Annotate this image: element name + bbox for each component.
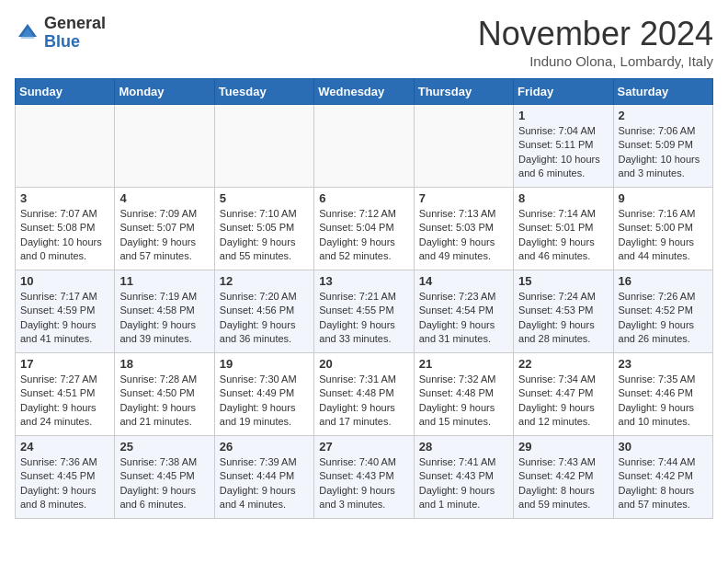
day-number: 25 — [119, 440, 209, 454]
calendar-cell: 6Sunrise: 7:12 AM Sunset: 5:04 PM Daylig… — [314, 188, 414, 270]
day-number: 6 — [319, 191, 408, 205]
cell-content: Sunrise: 7:19 AM Sunset: 4:58 PM Dayligh… — [119, 290, 209, 347]
calendar-cell: 1Sunrise: 7:04 AM Sunset: 5:11 PM Daylig… — [514, 105, 613, 188]
calendar-cell: 14Sunrise: 7:23 AM Sunset: 4:54 PM Dayli… — [414, 270, 513, 353]
calendar-cell: 5Sunrise: 7:10 AM Sunset: 5:05 PM Daylig… — [214, 188, 313, 270]
page-header: General Blue November 2024 Induno Olona,… — [15, 15, 713, 69]
calendar-cell: 20Sunrise: 7:31 AM Sunset: 4:48 PM Dayli… — [314, 353, 414, 436]
calendar-week-row: 1Sunrise: 7:04 AM Sunset: 5:11 PM Daylig… — [16, 105, 713, 188]
calendar-cell: 11Sunrise: 7:19 AM Sunset: 4:58 PM Dayli… — [115, 270, 214, 353]
calendar-week-row: 3Sunrise: 7:07 AM Sunset: 5:08 PM Daylig… — [16, 188, 713, 270]
cell-content: Sunrise: 7:39 AM Sunset: 4:44 PM Dayligh… — [220, 455, 309, 512]
calendar-cell: 18Sunrise: 7:28 AM Sunset: 4:50 PM Dayli… — [115, 353, 214, 436]
cell-content: Sunrise: 7:12 AM Sunset: 5:04 PM Dayligh… — [319, 207, 408, 264]
day-number: 17 — [20, 357, 109, 371]
day-number: 9 — [619, 191, 708, 205]
calendar-cell — [214, 105, 313, 188]
day-number: 22 — [518, 357, 608, 371]
cell-content: Sunrise: 7:31 AM Sunset: 4:48 PM Dayligh… — [319, 373, 408, 430]
calendar-cell: 19Sunrise: 7:30 AM Sunset: 4:49 PM Dayli… — [214, 353, 313, 436]
cell-content: Sunrise: 7:28 AM Sunset: 4:50 PM Dayligh… — [119, 373, 209, 430]
location: Induno Olona, Lombardy, Italy — [478, 53, 713, 69]
cell-content: Sunrise: 7:20 AM Sunset: 4:56 PM Dayligh… — [220, 290, 309, 347]
calendar-cell — [314, 105, 414, 188]
cell-content: Sunrise: 7:36 AM Sunset: 4:45 PM Dayligh… — [20, 455, 109, 512]
day-number: 13 — [319, 274, 408, 288]
day-number: 2 — [619, 109, 708, 122]
calendar-week-row: 17Sunrise: 7:27 AM Sunset: 4:51 PM Dayli… — [16, 353, 713, 436]
day-number: 30 — [619, 440, 708, 454]
day-number: 10 — [20, 274, 109, 288]
day-number: 5 — [220, 191, 309, 205]
calendar-cell: 22Sunrise: 7:34 AM Sunset: 4:47 PM Dayli… — [514, 353, 613, 436]
calendar-cell: 3Sunrise: 7:07 AM Sunset: 5:08 PM Daylig… — [16, 188, 115, 270]
calendar-cell: 12Sunrise: 7:20 AM Sunset: 4:56 PM Dayli… — [214, 270, 313, 353]
day-number: 4 — [119, 191, 209, 205]
calendar-cell: 17Sunrise: 7:27 AM Sunset: 4:51 PM Dayli… — [16, 353, 115, 436]
cell-content: Sunrise: 7:41 AM Sunset: 4:43 PM Dayligh… — [419, 455, 508, 512]
cell-content: Sunrise: 7:13 AM Sunset: 5:03 PM Dayligh… — [419, 207, 508, 264]
cell-content: Sunrise: 7:38 AM Sunset: 4:45 PM Dayligh… — [119, 455, 209, 512]
day-number: 23 — [619, 357, 708, 371]
calendar-week-row: 10Sunrise: 7:17 AM Sunset: 4:59 PM Dayli… — [16, 270, 713, 353]
weekday-header-monday: Monday — [115, 79, 214, 105]
day-number: 15 — [518, 274, 608, 288]
day-number: 1 — [518, 109, 608, 122]
calendar-cell: 10Sunrise: 7:17 AM Sunset: 4:59 PM Dayli… — [16, 270, 115, 353]
calendar-cell — [414, 105, 513, 188]
day-number: 14 — [419, 274, 508, 288]
cell-content: Sunrise: 7:27 AM Sunset: 4:51 PM Dayligh… — [20, 373, 109, 430]
weekday-header-friday: Friday — [514, 79, 613, 105]
weekday-header-wednesday: Wednesday — [314, 79, 414, 105]
cell-content: Sunrise: 7:44 AM Sunset: 4:42 PM Dayligh… — [619, 455, 708, 512]
cell-content: Sunrise: 7:43 AM Sunset: 4:42 PM Dayligh… — [518, 455, 608, 512]
calendar-cell: 16Sunrise: 7:26 AM Sunset: 4:52 PM Dayli… — [613, 270, 712, 353]
day-number: 29 — [518, 440, 608, 454]
cell-content: Sunrise: 7:34 AM Sunset: 4:47 PM Dayligh… — [518, 373, 608, 430]
cell-content: Sunrise: 7:30 AM Sunset: 4:49 PM Dayligh… — [220, 373, 309, 430]
day-number: 16 — [619, 274, 708, 288]
calendar-cell: 30Sunrise: 7:44 AM Sunset: 4:42 PM Dayli… — [613, 436, 712, 519]
calendar-cell: 21Sunrise: 7:32 AM Sunset: 4:48 PM Dayli… — [414, 353, 513, 436]
title-block: November 2024 Induno Olona, Lombardy, It… — [478, 15, 713, 69]
weekday-header-thursday: Thursday — [414, 79, 513, 105]
calendar-cell: 15Sunrise: 7:24 AM Sunset: 4:53 PM Dayli… — [514, 270, 613, 353]
logo-text: General Blue — [44, 15, 106, 52]
calendar-cell: 9Sunrise: 7:16 AM Sunset: 5:00 PM Daylig… — [613, 188, 712, 270]
day-number: 19 — [220, 357, 309, 371]
day-number: 12 — [220, 274, 309, 288]
cell-content: Sunrise: 7:06 AM Sunset: 5:09 PM Dayligh… — [619, 124, 708, 181]
calendar-cell — [115, 105, 214, 188]
calendar-cell: 2Sunrise: 7:06 AM Sunset: 5:09 PM Daylig… — [613, 105, 712, 188]
cell-content: Sunrise: 7:23 AM Sunset: 4:54 PM Dayligh… — [419, 290, 508, 347]
day-number: 3 — [20, 191, 109, 205]
day-number: 7 — [419, 191, 508, 205]
cell-content: Sunrise: 7:21 AM Sunset: 4:55 PM Dayligh… — [319, 290, 408, 347]
day-number: 11 — [119, 274, 209, 288]
calendar-cell: 29Sunrise: 7:43 AM Sunset: 4:42 PM Dayli… — [514, 436, 613, 519]
calendar-cell: 28Sunrise: 7:41 AM Sunset: 4:43 PM Dayli… — [414, 436, 513, 519]
weekday-header-tuesday: Tuesday — [214, 79, 313, 105]
calendar-week-row: 24Sunrise: 7:36 AM Sunset: 4:45 PM Dayli… — [16, 436, 713, 519]
weekday-header-row: SundayMondayTuesdayWednesdayThursdayFrid… — [16, 79, 713, 105]
day-number: 18 — [119, 357, 209, 371]
cell-content: Sunrise: 7:10 AM Sunset: 5:05 PM Dayligh… — [220, 207, 309, 264]
day-number: 26 — [220, 440, 309, 454]
calendar-cell: 26Sunrise: 7:39 AM Sunset: 4:44 PM Dayli… — [214, 436, 313, 519]
day-number: 24 — [20, 440, 109, 454]
calendar-cell: 4Sunrise: 7:09 AM Sunset: 5:07 PM Daylig… — [115, 188, 214, 270]
calendar-cell: 24Sunrise: 7:36 AM Sunset: 4:45 PM Dayli… — [16, 436, 115, 519]
cell-content: Sunrise: 7:16 AM Sunset: 5:00 PM Dayligh… — [619, 207, 708, 264]
logo: General Blue — [15, 15, 106, 52]
calendar-cell: 23Sunrise: 7:35 AM Sunset: 4:46 PM Dayli… — [613, 353, 712, 436]
cell-content: Sunrise: 7:40 AM Sunset: 4:43 PM Dayligh… — [319, 455, 408, 512]
calendar-table: SundayMondayTuesdayWednesdayThursdayFrid… — [15, 78, 713, 519]
cell-content: Sunrise: 7:35 AM Sunset: 4:46 PM Dayligh… — [619, 373, 708, 430]
weekday-header-sunday: Sunday — [16, 79, 115, 105]
day-number: 21 — [419, 357, 508, 371]
month-title: November 2024 — [478, 15, 713, 53]
cell-content: Sunrise: 7:32 AM Sunset: 4:48 PM Dayligh… — [419, 373, 508, 430]
calendar-cell — [16, 105, 115, 188]
logo-icon — [15, 20, 40, 46]
calendar-cell: 25Sunrise: 7:38 AM Sunset: 4:45 PM Dayli… — [115, 436, 214, 519]
